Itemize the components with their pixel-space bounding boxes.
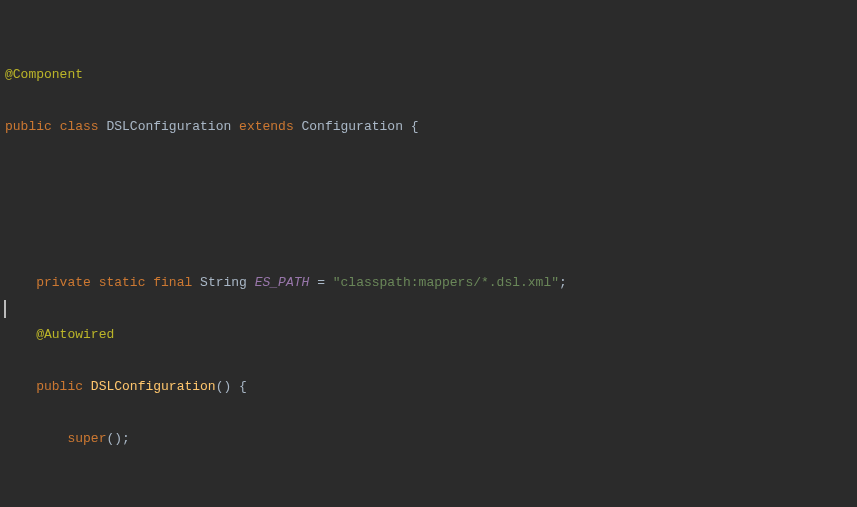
code-line: @Component (5, 62, 857, 88)
annotation: @Component (5, 67, 83, 82)
code-line: public DSLConfiguration() { (5, 374, 857, 400)
text-caret (4, 300, 6, 318)
code-line: super(); (5, 426, 857, 452)
code-line (5, 166, 857, 192)
code-editor[interactable]: @Component public class DSLConfiguration… (0, 0, 857, 507)
code-line: public class DSLConfiguration extends Co… (5, 114, 857, 140)
code-line (5, 218, 857, 244)
code-line (5, 478, 857, 504)
code-line: @Autowired (5, 322, 857, 348)
code-line: private static final String ES_PATH = "c… (5, 270, 857, 296)
